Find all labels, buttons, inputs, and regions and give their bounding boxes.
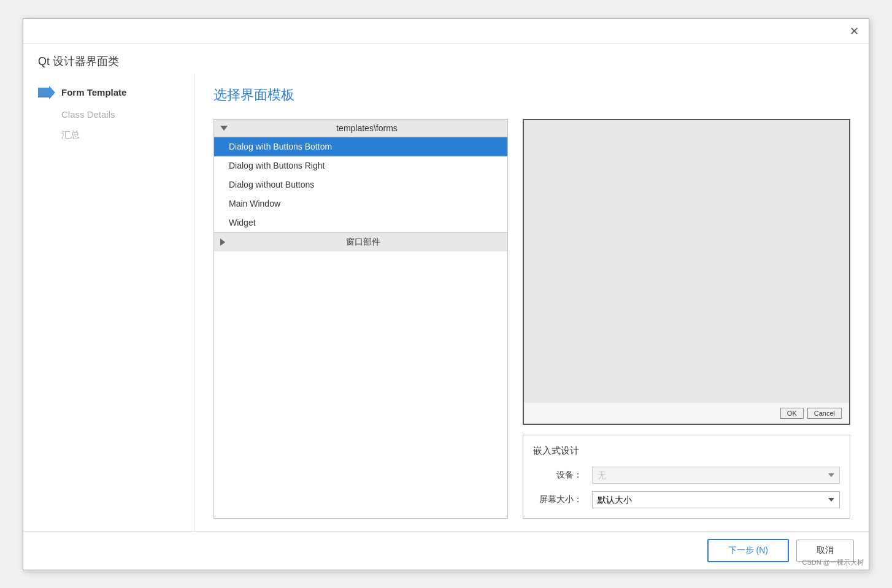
- preview-ok-button[interactable]: OK: [780, 408, 804, 419]
- preview-area: OK Cancel: [523, 119, 850, 425]
- sidebar: Form Template Class Details 汇总: [23, 74, 195, 531]
- dialog-title: Qt 设计器界面类: [38, 54, 854, 69]
- sidebar-label-class-details: Class Details: [61, 109, 115, 120]
- list-item-dialog-buttons-right[interactable]: Dialog with Buttons Right: [214, 156, 507, 175]
- next-button[interactable]: 下一步 (N): [707, 539, 789, 562]
- preview-inner: [524, 120, 849, 403]
- triangle-down-icon: [220, 126, 228, 131]
- device-label: 设备：: [533, 470, 582, 481]
- sidebar-item-form-template[interactable]: Form Template: [38, 86, 180, 99]
- screen-row: 屏幕大小： 默认大小: [533, 491, 840, 508]
- svg-marker-0: [38, 86, 55, 99]
- preview-buttons-row: OK Cancel: [524, 403, 849, 424]
- embedded-section: 嵌入式设计 设备： 无 屏幕大小： 默认大小: [523, 435, 850, 519]
- group-label-templates-forms: templates\forms: [233, 123, 501, 133]
- preview-cancel-button[interactable]: Cancel: [807, 408, 842, 419]
- sidebar-item-summary[interactable]: 汇总: [38, 129, 180, 141]
- dialog-footer: 下一步 (N) 取消 CSDN @一棵示大树: [23, 531, 869, 570]
- content-row: templates\forms Dialog with Buttons Bott…: [213, 119, 850, 519]
- list-item-main-window[interactable]: Main Window: [214, 194, 507, 213]
- group-header-window-widgets[interactable]: 窗口部件: [214, 232, 507, 251]
- dialog-header: Qt 设计器界面类: [23, 44, 869, 74]
- group-label-window-widgets: 窗口部件: [225, 237, 501, 248]
- main-content: 选择界面模板 templates\forms Dialog with Butto…: [195, 74, 869, 531]
- sidebar-label-form-template: Form Template: [61, 87, 126, 97]
- watermark: CSDN @一棵示大树: [802, 558, 864, 567]
- close-button[interactable]: ✕: [847, 24, 861, 39]
- list-item-dialog-without-buttons[interactable]: Dialog without Buttons: [214, 175, 507, 194]
- template-list-panel: templates\forms Dialog with Buttons Bott…: [213, 119, 508, 519]
- group-header-templates-forms[interactable]: templates\forms: [214, 120, 507, 137]
- right-panel: OK Cancel 嵌入式设计 设备： 无 屏幕大小： 默认大小: [523, 119, 850, 519]
- embedded-title: 嵌入式设计: [533, 445, 840, 457]
- list-item-widget[interactable]: Widget: [214, 213, 507, 232]
- list-items-templates-forms: Dialog with Buttons Bottom Dialog with B…: [214, 137, 507, 232]
- main-dialog: ✕ Qt 设计器界面类 Form Template Class Details: [23, 18, 869, 570]
- screen-select[interactable]: 默认大小: [592, 491, 840, 508]
- sidebar-label-summary: 汇总: [61, 129, 80, 141]
- arrow-icon: [38, 86, 55, 99]
- list-item-dialog-buttons-bottom[interactable]: Dialog with Buttons Bottom: [214, 137, 507, 156]
- screen-label: 屏幕大小：: [533, 494, 582, 505]
- device-row: 设备： 无: [533, 467, 840, 484]
- dialog-body: Form Template Class Details 汇总 选择界面模板: [23, 74, 869, 531]
- title-bar: ✕: [23, 19, 869, 44]
- section-title: 选择界面模板: [213, 86, 850, 104]
- device-select[interactable]: 无: [592, 467, 840, 484]
- triangle-right-icon: [220, 239, 225, 246]
- sidebar-item-class-details[interactable]: Class Details: [38, 109, 180, 120]
